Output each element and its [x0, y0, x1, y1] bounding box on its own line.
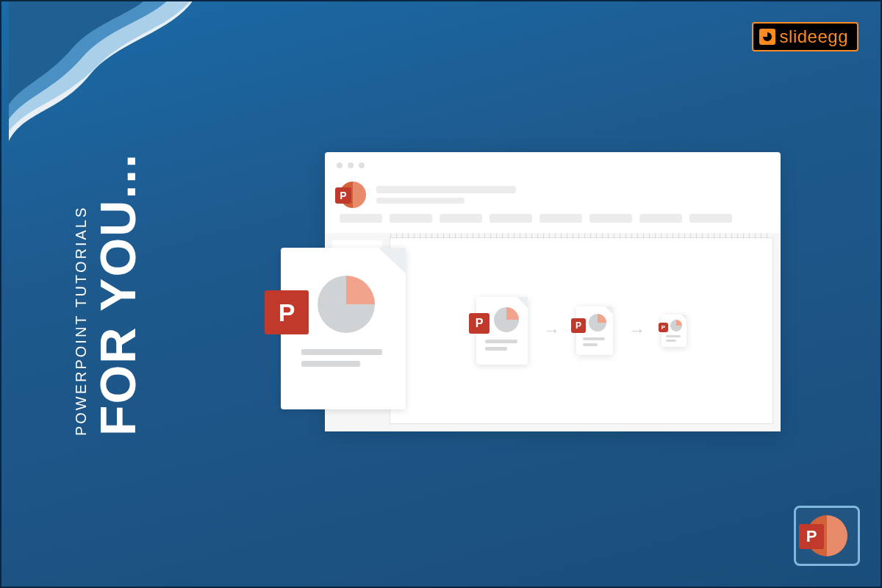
arrow-right-icon: → — [544, 321, 560, 340]
powerpoint-app-icon: P — [340, 182, 366, 208]
banner-title: FOR YOU... — [93, 152, 143, 435]
ppt-file-large-icon: P — [281, 248, 406, 409]
ribbon-tabs-placeholder — [340, 214, 732, 223]
arrow-right-icon: → — [629, 321, 645, 340]
ppt-file-medium-icon: P — [476, 297, 528, 365]
placeholder-line — [376, 186, 516, 193]
ppt-file-small-icon: P — [576, 306, 613, 355]
placeholder-line — [376, 198, 465, 204]
banner-subtitle: POWERPOINT TUTORIALS — [74, 152, 90, 435]
powerpoint-icon: P — [806, 515, 847, 556]
banner-text: POWERPOINT TUTORIALS FOR YOU... — [24, 1, 193, 587]
slideegg-logo-text: slideegg — [780, 26, 848, 47]
window-controls-icon — [337, 162, 365, 168]
slideegg-logo-icon — [759, 29, 775, 45]
ruler-icon — [390, 234, 772, 238]
ppt-file-xsmall-icon: P — [662, 315, 686, 347]
illustration-area: P P → P — [281, 152, 781, 446]
slideegg-logo: slideegg — [752, 22, 858, 51]
slide-canvas: P → P → P — [390, 237, 773, 424]
powerpoint-corner-badge: P — [794, 506, 860, 566]
left-banner: POWERPOINT TUTORIALS FOR YOU... — [24, 1, 193, 587]
